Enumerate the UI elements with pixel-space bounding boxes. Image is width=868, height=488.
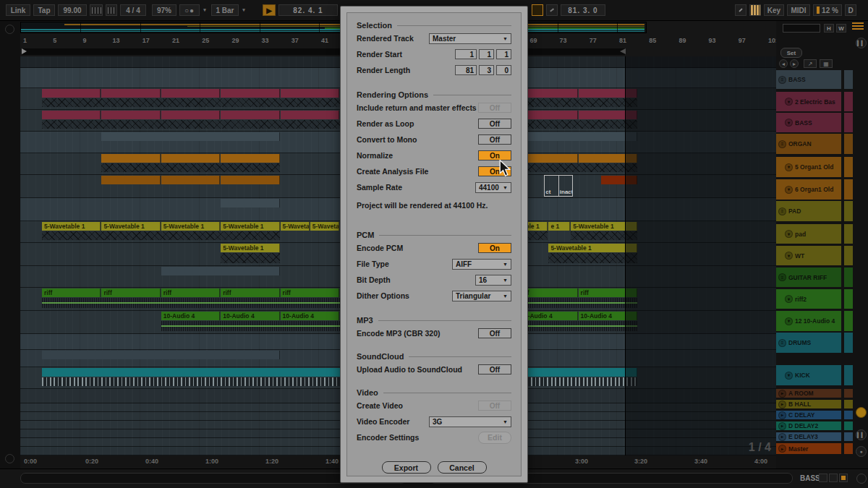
stop-clips-icon[interactable]: ▍▍ xyxy=(856,38,867,48)
hamburger-menu-icon[interactable] xyxy=(852,22,864,31)
clip[interactable] xyxy=(161,176,220,184)
unfold-icon[interactable]: ▾ xyxy=(785,98,793,106)
return-track-header-a-room[interactable]: ▸A ROOM xyxy=(776,389,841,398)
clip-10-audio-4[interactable]: 10-Audio 4 xyxy=(221,312,279,320)
monitor-icon-2[interactable] xyxy=(829,474,838,482)
track-header-2-electric-bas[interactable]: ▾2 Electric Bas xyxy=(776,92,841,111)
group-fold-icon[interactable]: ≡ xyxy=(778,76,786,84)
sample-rate-dropdown[interactable]: 44100▼ xyxy=(475,182,511,193)
track-header-pad[interactable]: ▾pad xyxy=(776,224,841,244)
forward-arrow-icon[interactable]: ▸ xyxy=(790,59,799,68)
arrangement-loop-region[interactable] xyxy=(22,48,625,55)
return-track-header-d-delay2[interactable]: ▸D DELAY2 xyxy=(776,421,841,430)
clip[interactable] xyxy=(42,111,101,119)
file-type-dropdown[interactable]: AIFF▼ xyxy=(452,259,511,270)
clip-5-wavetable-1[interactable]: 5-Wavetable 1 xyxy=(221,244,279,252)
unfold-icon[interactable]: ▾ xyxy=(785,119,793,127)
clip[interactable] xyxy=(101,89,160,98)
clip-5-wavetable-1[interactable]: 5-Wavetable 1 xyxy=(221,222,279,231)
quantization-menu[interactable]: 1 Bar xyxy=(211,4,239,16)
nudge-up-button[interactable] xyxy=(106,4,117,16)
return-track-header-c-delay[interactable]: ▸C DELAY xyxy=(776,411,841,419)
clip-5-wavetable-1[interactable]: 5-Wavetable 1 xyxy=(42,222,101,231)
metronome-button[interactable]: ○● xyxy=(179,4,200,16)
clip-5-waveta[interactable]: 5-Waveta xyxy=(281,222,310,231)
overview-scroll-box[interactable] xyxy=(783,24,820,33)
group-fold-icon[interactable]: ≡ xyxy=(778,273,786,281)
clip[interactable] xyxy=(42,89,101,98)
render-start-beats[interactable]: 1 xyxy=(479,49,494,59)
clip[interactable] xyxy=(161,154,220,163)
link-button[interactable]: Link xyxy=(6,4,30,16)
groove-amount-field[interactable]: 97% xyxy=(152,4,176,16)
clip-5-wavetable-1[interactable]: 5-Wavetable 1 xyxy=(161,222,220,231)
render-length-beats[interactable]: 3 xyxy=(479,65,494,75)
track-height-button[interactable]: H xyxy=(824,24,834,33)
clip[interactable] xyxy=(221,111,279,119)
render-length-sixteenths[interactable]: 0 xyxy=(496,65,511,75)
clip[interactable] xyxy=(161,267,280,275)
cancel-button[interactable]: Cancel xyxy=(438,461,487,474)
track-header-drums[interactable]: ≡DRUMS xyxy=(776,333,841,353)
clip-riff[interactable]: riff xyxy=(161,288,220,297)
render-as-loop-toggle[interactable]: Off xyxy=(478,119,511,129)
unfold-icon[interactable]: ▾ xyxy=(785,230,793,238)
clip[interactable] xyxy=(101,176,160,184)
arrangement-position-field[interactable]: 82. 4. 1 xyxy=(278,4,338,16)
tap-tempo-button[interactable]: Tap xyxy=(33,4,55,16)
gutter-bottom-icon[interactable] xyxy=(5,454,14,463)
clip-5-wavetable-1[interactable]: 5-Wavetable 1 xyxy=(101,222,160,231)
metronome-menu-caret[interactable]: ▾ xyxy=(201,4,208,16)
arrangement-overview[interactable] xyxy=(20,22,647,33)
upload-soundcloud-toggle[interactable]: Off xyxy=(478,364,511,374)
track-header-guitar-riff[interactable]: ≡GUITAR RIFF xyxy=(776,267,841,287)
lock-icon[interactable]: ▦ xyxy=(820,59,833,68)
clip-riff[interactable]: riff xyxy=(221,288,279,297)
dither-options-dropdown[interactable]: Triangular▼ xyxy=(452,291,511,301)
clip[interactable] xyxy=(161,89,220,98)
clip-riff[interactable]: riff xyxy=(101,288,160,297)
unfold-icon[interactable]: ▾ xyxy=(785,163,793,171)
record-arm-icon[interactable] xyxy=(856,407,867,418)
bit-depth-dropdown[interactable]: 16▼ xyxy=(475,275,511,286)
group-fold-icon[interactable]: ≡ xyxy=(778,207,786,215)
clip[interactable] xyxy=(101,111,160,119)
track-header-kick[interactable]: ▾KICK xyxy=(776,365,841,385)
encode-pcm-toggle[interactable]: On xyxy=(478,243,511,253)
unfold-icon[interactable]: ▾ xyxy=(785,317,793,325)
track-header-12-10-audio-4[interactable]: ▾12 10-Audio 4 xyxy=(776,311,841,331)
clip[interactable] xyxy=(161,111,220,119)
video-encoder-dropdown[interactable]: 3G▼ xyxy=(429,416,511,427)
track-header-organ[interactable]: ≡ORGAN xyxy=(776,134,841,154)
loop-switch[interactable] xyxy=(532,4,543,16)
tempo-field[interactable]: 99.00 xyxy=(58,4,87,16)
play-icon[interactable]: ▸ xyxy=(778,390,786,398)
play-icon[interactable]: ▸ xyxy=(778,411,786,419)
group-fold-icon[interactable]: ≡ xyxy=(778,140,786,148)
automation-mode-button[interactable] xyxy=(546,4,558,16)
unfold-icon[interactable]: ▾ xyxy=(785,252,793,260)
play-icon[interactable]: ▸ xyxy=(778,433,786,441)
clip-5-waveta[interactable]: 5-Waveta xyxy=(310,222,339,231)
back-arrow-icon[interactable]: ◂ xyxy=(779,59,788,68)
clip-e-1[interactable]: e 1 xyxy=(548,222,570,231)
track-header-bass[interactable]: ≡BASS xyxy=(776,70,841,89)
scrub-icon[interactable] xyxy=(5,25,14,34)
clip-5-wavetable-1[interactable]: 5-Wavetable 1 xyxy=(548,244,637,252)
follow-button[interactable]: ▶ xyxy=(263,4,276,16)
unfold-icon[interactable]: ▾ xyxy=(785,372,793,380)
computer-midi-keyboard-icon[interactable] xyxy=(749,4,761,16)
clip[interactable] xyxy=(221,176,279,184)
play-icon[interactable]: ▸ xyxy=(778,422,786,430)
clip-riff[interactable]: riff xyxy=(281,288,339,297)
return-track-header-b-hall[interactable]: ▸B HALL xyxy=(776,400,841,408)
clip[interactable] xyxy=(221,89,279,98)
unfold-icon[interactable]: ▾ xyxy=(785,295,793,303)
status-circle-icon[interactable] xyxy=(856,474,867,484)
monitor-icon-1[interactable] xyxy=(819,474,827,482)
play-icon[interactable]: ▸ xyxy=(778,445,786,453)
export-button[interactable]: Export xyxy=(382,461,431,474)
track-header-bass[interactable]: ▾BASS xyxy=(776,113,841,132)
pause-icon[interactable]: ▍▍ xyxy=(856,429,867,440)
clip[interactable] xyxy=(101,132,279,141)
